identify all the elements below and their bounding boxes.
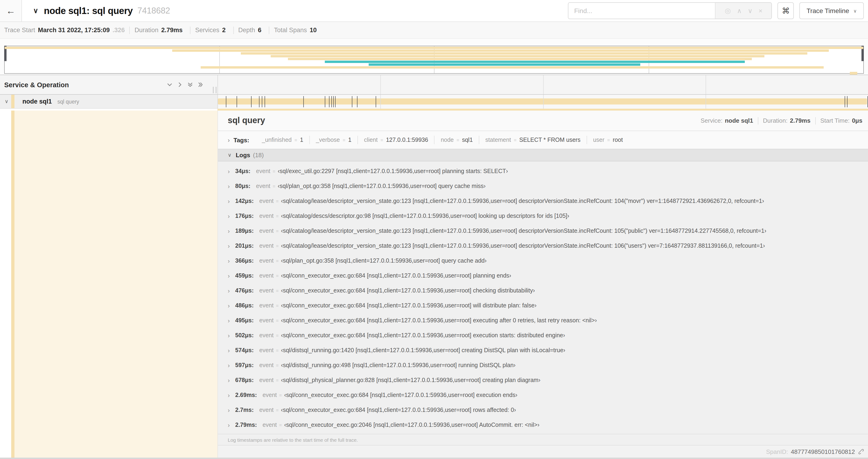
equals-sign: = (514, 138, 517, 143)
chevron-right-icon: › (228, 136, 230, 143)
log-timestamp: 176μs: (235, 213, 254, 219)
equals-sign: = (276, 243, 279, 249)
log-row[interactable]: › 486μs: event = ‹sql/conn_executor_exec… (218, 298, 868, 313)
log-field-key: event (259, 407, 274, 413)
span-id-bar: SpanID: 4877749850101760812 (218, 445, 868, 458)
column-resize-grip[interactable] (213, 87, 217, 93)
span-color-accent (11, 95, 14, 108)
log-event-marker (251, 96, 251, 107)
log-row[interactable]: › 2.69ms: event = ‹sql/conn_executor_exe… (218, 388, 868, 402)
log-field-value: ‹sql/conn_executor_exec.go:684 [nsql1,cl… (281, 332, 565, 339)
equals-sign: = (294, 138, 297, 143)
log-row[interactable]: › 2.7ms: event = ‹sql/conn_executor_exec… (218, 402, 868, 418)
find-input[interactable] (569, 3, 715, 19)
span-row-name-cell[interactable]: ∨ node sql1 sql query (0, 95, 217, 109)
log-event-marker (303, 96, 304, 107)
log-field-value: ‹sql/plan_opt.go:358 [nsql1,client=127.0… (281, 258, 487, 264)
meta-separator (815, 117, 815, 124)
minimap-canvas[interactable] (4, 46, 864, 74)
span-row[interactable]: ∨ node sql1 sql query (0, 95, 868, 109)
log-field-value: ‹sql/catalog/lease/descriptor_version_st… (281, 198, 764, 204)
log-row[interactable]: › 34μs: event = ‹sql/exec_util.go:2297 [… (218, 164, 868, 179)
tags-accordion[interactable]: › Tags: _unfinished = 1 _verbose = 1 cli… (218, 131, 868, 149)
trace-stat: Depth 6 (234, 27, 269, 34)
log-event-marker (329, 96, 329, 107)
keyboard-shortcuts-button[interactable]: ⌘ (778, 2, 794, 19)
log-row[interactable]: › 574μs: event = ‹sql/distsql_running.go… (218, 343, 868, 358)
log-field-key: event (259, 287, 274, 294)
equals-sign: = (276, 198, 279, 204)
log-row[interactable]: › 80μs: event = ‹sql/plan_opt.go:358 [ns… (218, 179, 868, 194)
log-row[interactable]: › 142μs: event = ‹sql/catalog/lease/desc… (218, 194, 868, 208)
view-selector-button[interactable]: Trace Timeline ∨ (800, 2, 864, 19)
log-row[interactable]: › 495μs: event = ‹sql/conn_executor_exec… (218, 313, 868, 328)
log-timestamp: 678μs: (235, 377, 254, 384)
span-duration-bar[interactable] (218, 98, 867, 104)
chevron-right-icon: › (228, 332, 235, 339)
page-header: ← ∨ node sql1: sql query 7418682 ◎ ∧ ∨ ×… (0, 0, 868, 22)
equals-sign: = (457, 138, 459, 143)
log-row[interactable]: › 476μs: event = ‹sql/conn_executor_exec… (218, 283, 868, 298)
command-icon: ⌘ (782, 6, 790, 15)
log-row[interactable]: › 502μs: event = ‹sql/conn_executor_exec… (218, 328, 868, 343)
log-row[interactable]: › 189μs: event = ‹sql/catalog/lease/desc… (218, 223, 868, 238)
clear-search-icon[interactable]: × (758, 7, 762, 14)
log-timestamp: 2.69ms: (235, 392, 257, 398)
equals-sign: = (276, 288, 279, 293)
minimap-span-bar (241, 52, 808, 54)
expand-one-icon[interactable] (177, 81, 183, 88)
log-timestamp: 597μs: (235, 362, 254, 368)
log-row[interactable]: › 597μs: event = ‹sql/distsql_running.go… (218, 358, 868, 373)
link-icon[interactable] (858, 448, 864, 455)
chevron-right-icon: › (228, 287, 235, 294)
collapse-all-deep-icon[interactable] (187, 81, 193, 88)
log-row[interactable]: › 459μs: event = ‹sql/conn_executor_exec… (218, 268, 868, 283)
equals-sign: = (276, 318, 279, 323)
span-detail-title: sql query (228, 116, 265, 126)
equals-sign: = (276, 348, 279, 353)
trace-stat-value: 2.79ms (161, 27, 183, 34)
collapse-all-icon[interactable] (166, 81, 173, 88)
log-row[interactable]: › 2.79ms: event = ‹sql/conn_executor_exe… (218, 418, 868, 432)
log-field-value: ‹sql/plan_opt.go:358 [nsql1,client=127.0… (278, 183, 486, 189)
meta-value: 0μs (852, 117, 862, 124)
prev-match-icon[interactable]: ∧ (737, 7, 742, 14)
locate-icon[interactable]: ◎ (725, 6, 731, 15)
log-field-key: event (259, 272, 274, 279)
log-row[interactable]: › 201μs: event = ‹sql/catalog/lease/desc… (218, 238, 868, 253)
span-row-timeline-cell[interactable] (217, 95, 868, 109)
trace-stat-label: Services (195, 27, 220, 34)
back-button[interactable]: ← (0, 0, 22, 22)
chevron-right-icon: › (228, 168, 235, 175)
meta-label: Service: (701, 117, 722, 124)
timeline-ruler (217, 75, 868, 94)
trace-summary-bar: Trace Start March 31 2022, 17:25:09.326 … (0, 22, 868, 39)
log-field-value: ‹sql/distsql_running.go:1420 [nsql1,clie… (281, 347, 565, 354)
find-tools: ◎ ∧ ∨ × (715, 3, 772, 19)
find-combo: ◎ ∧ ∨ × (568, 2, 772, 19)
span-collapse-icon[interactable]: ∨ (5, 98, 11, 104)
chevron-right-icon: › (228, 242, 235, 249)
log-row[interactable]: › 678μs: event = ‹sql/distsql_physical_p… (218, 373, 868, 388)
log-row[interactable]: › 366μs: event = ‹sql/plan_opt.go:358 [n… (218, 253, 868, 268)
log-event-marker (333, 96, 334, 107)
log-timestamp: 80μs: (235, 183, 250, 189)
equals-sign: = (380, 138, 383, 143)
logs-accordion-header[interactable]: ∨ Logs (18) (218, 149, 868, 161)
log-field-value: ‹sql/distsql_physical_planner.go:828 [ns… (281, 377, 540, 384)
equals-sign: = (276, 273, 279, 278)
next-match-icon[interactable]: ∨ (748, 7, 753, 14)
equals-sign: = (273, 169, 276, 174)
timeline-gridline (380, 75, 381, 94)
log-timestamp: 502μs: (235, 332, 254, 339)
minimap-span-bar (325, 61, 745, 63)
log-row[interactable]: › 176μs: event = ‹sql/catalog/descs/desc… (218, 208, 868, 223)
log-timestamp: 189μs: (235, 228, 254, 234)
expand-all-icon[interactable] (197, 81, 204, 88)
chevron-right-icon: › (228, 227, 235, 234)
log-field-key: event (256, 183, 270, 189)
span-id-value: 4877749850101760812 (791, 448, 855, 455)
equals-sign: = (276, 333, 279, 338)
span-detail-region: sql query Service:node sql1 Duration:2.7… (0, 110, 868, 458)
trace-collapse-icon[interactable]: ∨ (33, 6, 38, 15)
